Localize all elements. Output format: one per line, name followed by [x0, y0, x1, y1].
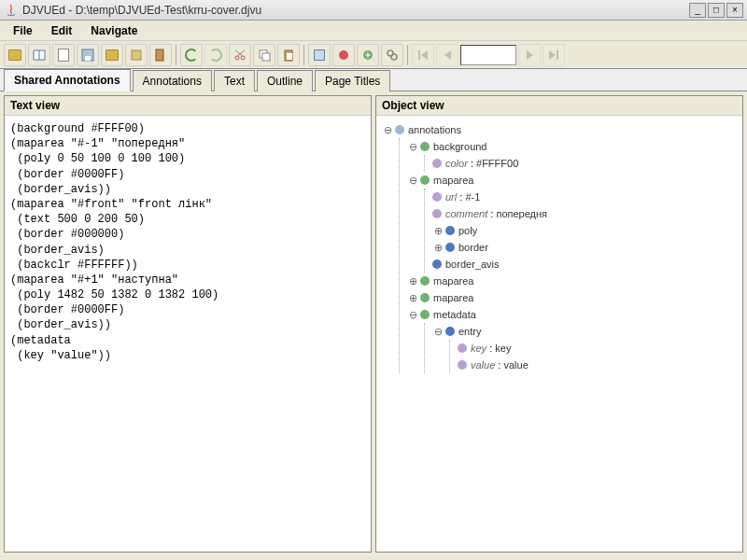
object-tree: ⊖ annotations ⊖ background color :: [382, 121, 737, 373]
text-line: (border_avis): [10, 243, 365, 258]
insert-item-button[interactable]: [308, 44, 331, 66]
open-folder-button[interactable]: [4, 44, 26, 66]
text-line: (maparea "#front" "front лінк": [10, 197, 365, 212]
file-icon: [58, 49, 69, 62]
text-line: (maparea "#+1" "наступна": [10, 273, 365, 287]
copy-icon: [258, 49, 271, 62]
delete-icon: [337, 49, 350, 62]
tree-entry[interactable]: ⊖ entry: [432, 323, 737, 340]
expand-icon[interactable]: ⊖: [407, 309, 418, 320]
menu-edit[interactable]: Edit: [44, 21, 80, 40]
tree-map1-url[interactable]: url : #-1: [432, 189, 737, 205]
svg-point-10: [339, 50, 348, 60]
window-controls: _ □ ×: [689, 3, 743, 18]
svg-point-5: [241, 56, 245, 60]
export-button[interactable]: [125, 44, 148, 66]
expand-icon[interactable]: ⊖: [382, 124, 393, 135]
content-area: Text view (background #FFFF00)(maparea "…: [0, 91, 747, 556]
expand-icon[interactable]: ⊖: [407, 175, 418, 186]
paste-button[interactable]: [277, 44, 300, 66]
tree-background[interactable]: ⊖ background: [407, 138, 737, 155]
paste-icon: [282, 49, 295, 62]
text-line: (border #0000FF): [10, 167, 365, 182]
tree-entry-value[interactable]: value : value: [458, 357, 737, 373]
expand-icon[interactable]: ⊕: [407, 292, 418, 303]
tab-text[interactable]: Text: [214, 70, 255, 91]
tree-poly[interactable]: ⊕ poly: [432, 222, 737, 239]
save-button[interactable]: [77, 44, 99, 66]
tree-bg-color[interactable]: color : #FFFF00: [432, 155, 737, 172]
minimize-button[interactable]: _: [689, 3, 706, 18]
tree-border[interactable]: ⊕ border: [432, 239, 737, 256]
expand-icon[interactable]: ⊖: [432, 326, 444, 337]
window-titlebar: DJVUEd - D:\temp\DJVUEd-Test\krru-cover.…: [0, 0, 747, 21]
svg-point-13: [391, 54, 397, 60]
import-button[interactable]: [101, 44, 123, 66]
expand-icon[interactable]: ⊕: [432, 242, 444, 253]
close-button[interactable]: ×: [726, 3, 743, 18]
tree-root[interactable]: ⊖ annotations: [382, 121, 737, 138]
chain-icon: [386, 49, 399, 62]
tab-annotations[interactable]: Annotations: [133, 70, 212, 91]
undo-button[interactable]: [180, 44, 203, 66]
node-icon: [420, 310, 430, 319]
tab-page-titles[interactable]: Page Titles: [315, 70, 390, 91]
text-line: (border #0000FF): [10, 302, 365, 317]
tab-shared-annotations[interactable]: Shared Annotations: [4, 69, 131, 91]
new-doc-button[interactable]: [52, 44, 75, 66]
menubar: File Edit Navigate: [0, 21, 747, 41]
tree-border-avis[interactable]: border_avis: [432, 256, 737, 273]
delete-item-button[interactable]: [332, 44, 355, 66]
prev-icon: [444, 50, 451, 60]
nav-last-button[interactable]: [543, 44, 565, 66]
svg-point-4: [235, 56, 239, 60]
text-line: (border #000000): [10, 227, 365, 242]
page-number-field[interactable]: [460, 45, 516, 65]
link-button[interactable]: [381, 44, 403, 66]
svg-marker-16: [549, 50, 556, 60]
text-line: (poly 1482 50 1382 0 1382 100): [10, 287, 365, 302]
node-icon: [445, 243, 455, 252]
text-view-body[interactable]: (background #FFFF00)(maparea "#-1" "попе…: [5, 116, 371, 552]
text-line: (key "value")): [10, 348, 365, 363]
nav-next-button[interactable]: [518, 44, 541, 66]
svg-rect-7: [262, 53, 270, 61]
text-line: (background #FFFF00): [10, 121, 365, 136]
node-icon: [445, 327, 455, 336]
exit-button[interactable]: [149, 44, 172, 66]
plus-icon: [361, 49, 374, 62]
text-line: (metadata: [10, 333, 365, 348]
svg-rect-3: [156, 49, 163, 61]
toolbar-separator: [407, 45, 408, 65]
tree-map1-comment[interactable]: comment : попередня: [432, 205, 737, 222]
menu-navigate[interactable]: Navigate: [83, 21, 145, 40]
node-icon: [445, 226, 455, 235]
menu-file[interactable]: File: [6, 21, 40, 40]
cut-button[interactable]: [229, 44, 251, 66]
open-book-button[interactable]: [28, 44, 50, 66]
expand-icon[interactable]: ⊕: [432, 225, 444, 236]
expand-icon[interactable]: ⊕: [407, 275, 418, 287]
tree-maparea-1[interactable]: ⊖ maparea: [407, 172, 737, 189]
object-view-body[interactable]: ⊖ annotations ⊖ background color :: [376, 116, 742, 552]
svg-rect-14: [418, 50, 420, 60]
redo-button[interactable]: [204, 44, 227, 66]
svg-rect-9: [287, 53, 292, 60]
nav-first-button[interactable]: [412, 44, 434, 66]
copy-button[interactable]: [253, 44, 275, 66]
tree-maparea-2[interactable]: ⊕ maparea: [407, 273, 737, 289]
tree-metadata[interactable]: ⊖ metadata: [407, 306, 737, 323]
redo-icon: [209, 49, 222, 62]
add-node-button[interactable]: [357, 44, 379, 66]
tab-bar: Shared Annotations Annotations Text Outl…: [0, 69, 747, 91]
toolbar-separator: [176, 45, 176, 65]
expand-icon[interactable]: ⊖: [407, 141, 418, 152]
toolbar: [0, 41, 747, 69]
tree-entry-key[interactable]: key : key: [458, 340, 737, 357]
svg-rect-17: [557, 50, 558, 60]
tab-outline[interactable]: Outline: [257, 70, 313, 91]
folder-open-icon: [106, 49, 119, 61]
maximize-button[interactable]: □: [708, 3, 725, 18]
nav-prev-button[interactable]: [436, 44, 458, 66]
tree-maparea-3[interactable]: ⊕ maparea: [407, 289, 737, 306]
